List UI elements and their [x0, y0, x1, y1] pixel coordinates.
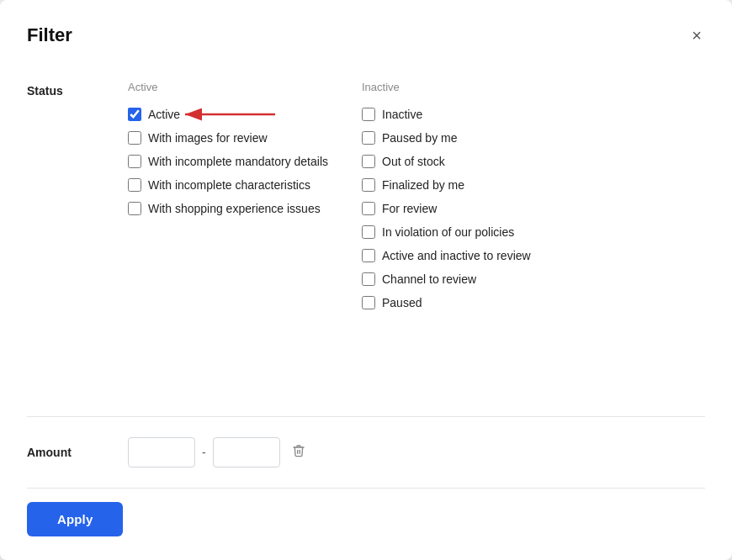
modal-body: Status Active Active [0, 61, 732, 416]
active-column: Active Active [128, 81, 328, 314]
checkbox-channel-review-label: Channel to review [382, 272, 476, 286]
active-column-header: Active [128, 81, 328, 93]
checkbox-out-of-stock-input[interactable] [362, 155, 375, 168]
checkbox-paused[interactable]: Paused [362, 292, 547, 314]
checkbox-violation-policies-input[interactable] [362, 225, 375, 239]
checkboxes-area: Active Active [128, 81, 705, 314]
checkbox-out-of-stock[interactable]: Out of stock [362, 151, 547, 172]
checkbox-active-inactive-review[interactable]: Active and inactive to review [362, 245, 547, 267]
checkbox-active-inactive-review-label: Active and inactive to review [382, 249, 531, 262]
checkbox-for-review-input[interactable] [362, 202, 375, 215]
checkbox-violation-policies-label: In violation of our policies [382, 225, 514, 239]
modal-footer: Apply [0, 489, 732, 560]
modal-header: Filter × [0, 0, 732, 61]
checkbox-finalized-by-me[interactable]: Finalized by me [362, 174, 547, 196]
checkbox-paused-by-me-input[interactable] [362, 131, 375, 145]
checkbox-active[interactable]: Active [128, 103, 328, 125]
filter-modal: Filter × Status Active Active [0, 0, 732, 560]
inactive-column-header: Inactive [362, 81, 547, 93]
checkbox-incomplete-mandatory-label: With incomplete mandatory details [148, 155, 328, 168]
checkbox-images-review-label: With images for review [148, 131, 268, 145]
inactive-column: Inactive Inactive Paused by me Out of st… [362, 81, 547, 314]
modal-title: Filter [27, 24, 72, 46]
status-section: Status Active Active [27, 81, 705, 314]
checkbox-finalized-by-me-input[interactable] [362, 178, 375, 192]
checkbox-incomplete-characteristics-input[interactable] [128, 178, 141, 192]
checkbox-incomplete-mandatory[interactable]: With incomplete mandatory details [128, 151, 328, 172]
close-button[interactable]: × [688, 24, 705, 47]
amount-from-input[interactable] [128, 437, 195, 468]
checkbox-incomplete-characteristics-label: With incomplete characteristics [148, 178, 310, 192]
checkbox-for-review-label: For review [382, 202, 437, 215]
checkbox-incomplete-characteristics[interactable]: With incomplete characteristics [128, 174, 328, 196]
checkbox-images-review-input[interactable] [128, 131, 141, 145]
checkbox-paused-input[interactable] [362, 296, 375, 309]
checkbox-out-of-stock-label: Out of stock [382, 155, 445, 168]
checkbox-inactive-input[interactable] [362, 108, 375, 121]
amount-section: Amount - [0, 417, 732, 488]
checkbox-shopping-experience-label: With shopping experience issues [148, 202, 321, 215]
checkbox-incomplete-mandatory-input[interactable] [128, 155, 141, 168]
amount-separator: - [202, 446, 206, 459]
checkbox-active-inactive-review-input[interactable] [362, 249, 375, 262]
trash-icon [292, 444, 305, 457]
checkbox-paused-label: Paused [382, 296, 422, 309]
checkbox-channel-review-input[interactable] [362, 272, 375, 286]
checkbox-finalized-by-me-label: Finalized by me [382, 178, 464, 192]
amount-inputs: - [128, 437, 310, 468]
checkbox-active-label: Active [148, 108, 180, 121]
apply-button[interactable]: Apply [27, 502, 123, 536]
amount-clear-button[interactable] [287, 441, 310, 464]
checkbox-channel-review[interactable]: Channel to review [362, 268, 547, 290]
checkbox-inactive[interactable]: Inactive [362, 103, 547, 125]
checkbox-paused-by-me-label: Paused by me [382, 131, 458, 145]
checkbox-violation-policies[interactable]: In violation of our policies [362, 221, 547, 243]
amount-label: Amount [27, 446, 128, 459]
checkbox-shopping-experience[interactable]: With shopping experience issues [128, 198, 328, 219]
status-label: Status [27, 81, 128, 314]
amount-to-input[interactable] [213, 437, 280, 468]
checkbox-for-review[interactable]: For review [362, 198, 547, 219]
checkbox-shopping-experience-input[interactable] [128, 202, 141, 215]
checkbox-inactive-label: Inactive [382, 108, 422, 121]
checkbox-images-review[interactable]: With images for review [128, 127, 328, 149]
checkbox-active-input[interactable] [128, 108, 141, 121]
checkbox-paused-by-me[interactable]: Paused by me [362, 127, 547, 149]
